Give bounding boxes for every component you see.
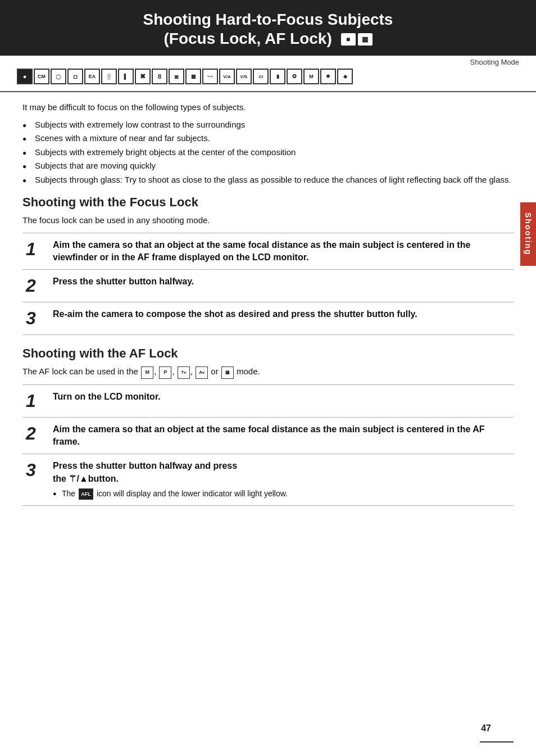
mode-icon-wave: ~~ xyxy=(202,69,218,84)
bullet-item-1: Subjects with extremely low contrast to … xyxy=(22,119,514,132)
side-tab-label: Shooting xyxy=(524,212,533,256)
step-text-2: Press the shutter button halfway. xyxy=(51,270,514,302)
af-lock-or: or xyxy=(211,366,218,376)
bullet-item-2: Scenes with a mixture of near and far su… xyxy=(22,132,514,145)
step-num-2: 2 xyxy=(22,270,51,302)
afl-icon: AFL xyxy=(79,488,93,500)
title-line1: Shooting Hard-to-Focus Subjects xyxy=(143,11,393,28)
mode-icon-va: V/A xyxy=(219,69,235,84)
bullet-item-4: Subjects that are moving quickly xyxy=(22,160,514,173)
mode-icon-star: ✪ xyxy=(287,69,302,84)
af-step-3-sub: The AFL icon will display and the lower … xyxy=(53,488,509,500)
focus-lock-intro: The focus lock can be used in any shooti… xyxy=(22,214,514,227)
mode-icon-sq: ▭ xyxy=(253,69,269,84)
af-mode-icon-tv: Tv xyxy=(178,366,190,379)
side-tab: Shooting xyxy=(520,202,536,266)
af-step-num-3: 3 xyxy=(22,454,51,506)
mode-icons-row: ● CM ◌ ◘ EA ▒ ▌ ✖ 8 ◙ ▦ ~~ V/A V/S ▭ ▮ ✪… xyxy=(0,66,536,92)
af-step-text-3: Press the shutter button halfway and pre… xyxy=(51,454,514,506)
shooting-mode-label: Shooting Mode xyxy=(470,58,519,66)
mode-icon-cm: CM xyxy=(34,69,49,84)
focus-lock-step-3: 3 Re-aim the camera to compose the shot … xyxy=(22,302,514,335)
camera-icon-p: ▩ xyxy=(358,33,373,46)
af-lock-intro-start: The AF lock can be used in the xyxy=(22,366,138,376)
camera-icon-auto: ■ xyxy=(341,33,356,46)
af-mode-icon-extra: ▩ xyxy=(221,366,234,379)
mode-icon-grid: ▦ xyxy=(185,69,201,84)
mode-icon-flower: ✸ xyxy=(320,69,336,84)
focus-lock-heading: Shooting with the Focus Lock xyxy=(22,195,514,210)
page-number-area: 47 xyxy=(480,741,514,745)
mode-icon-auto: ● xyxy=(17,69,33,84)
focus-lock-step-1: 1 Aim the camera so that an object at th… xyxy=(22,233,514,270)
af-step-3-main: Press the shutter button halfway and pre… xyxy=(53,461,237,483)
af-step-text-1: Turn on the LCD monitor. xyxy=(51,384,514,417)
mode-icon-d: ◌ xyxy=(51,69,66,84)
bullet-item-5: Subjects through glass: Try to shoot as … xyxy=(22,174,514,187)
af-step-num-1: 1 xyxy=(22,384,51,417)
header-box: Shooting Hard-to-Focus Subjects (Focus L… xyxy=(0,0,536,56)
header-camera-icons: ■ ▩ xyxy=(341,33,373,46)
af-mode-icon-m: M xyxy=(141,366,153,379)
af-step-text-2: Aim the camera so that an object at the … xyxy=(51,417,514,454)
mode-icon-x: ✖ xyxy=(135,69,151,84)
content-area: It may be difficult to focus on the foll… xyxy=(0,92,536,506)
title-line2: (Focus Lock, AF Lock) ■ ▩ xyxy=(164,30,373,47)
mode-icon-last: ◈ xyxy=(337,69,353,84)
mode-icon-m: M xyxy=(303,69,319,84)
mode-icon-sq2: ▮ xyxy=(270,69,285,84)
af-step-num-2: 2 xyxy=(22,417,51,454)
step-num-1: 1 xyxy=(22,233,51,270)
mode-icon-cam2: ▌ xyxy=(118,69,134,84)
page-number: 47 xyxy=(481,723,491,734)
shooting-mode-bar: Shooting Mode xyxy=(0,56,536,66)
mode-icon-n: ◘ xyxy=(67,69,83,84)
af-lock-heading: Shooting with the AF Lock xyxy=(22,346,514,361)
intro-text: It may be difficult to focus on the foll… xyxy=(22,101,514,114)
step-num-3: 3 xyxy=(22,302,51,335)
mode-icon-ea: EA xyxy=(84,69,100,84)
page-wrapper: Shooting Hard-to-Focus Subjects (Focus L… xyxy=(0,0,536,540)
af-mode-icon-p: P xyxy=(159,366,171,379)
af-lock-step-1: 1 Turn on the LCD monitor. xyxy=(22,384,514,417)
af-lock-steps-table: 1 Turn on the LCD monitor. 2 Aim the cam… xyxy=(22,384,514,506)
af-lock-step-2: 2 Aim the camera so that an object at th… xyxy=(22,417,514,454)
bullet-list: Subjects with extremely low contrast to … xyxy=(22,119,514,187)
mode-icon-leaf: ◙ xyxy=(169,69,184,84)
step-text-1: Aim the camera so that an object at the … xyxy=(51,233,514,270)
page-number-line xyxy=(480,741,514,743)
af-lock-intro: The AF lock can be used in the M, P, Tv,… xyxy=(22,365,514,378)
af-lock-step-3: 3 Press the shutter button halfway and p… xyxy=(22,454,514,506)
mode-icon-8: 8 xyxy=(152,69,167,84)
step-text-3: Re-aim the camera to compose the shot as… xyxy=(51,302,514,335)
focus-lock-step-2: 2 Press the shutter button halfway. xyxy=(22,270,514,302)
af-lock-intro-end: mode. xyxy=(237,366,260,376)
mode-icon-cam1: ▒ xyxy=(101,69,117,84)
header-title: Shooting Hard-to-Focus Subjects (Focus L… xyxy=(17,10,519,48)
focus-lock-steps-table: 1 Aim the camera so that an object at th… xyxy=(22,233,514,336)
af-mode-icon-av: Av xyxy=(196,366,208,379)
bullet-item-3: Subjects with extremely bright objects a… xyxy=(22,146,514,159)
mode-icon-vs: V/S xyxy=(236,69,252,84)
